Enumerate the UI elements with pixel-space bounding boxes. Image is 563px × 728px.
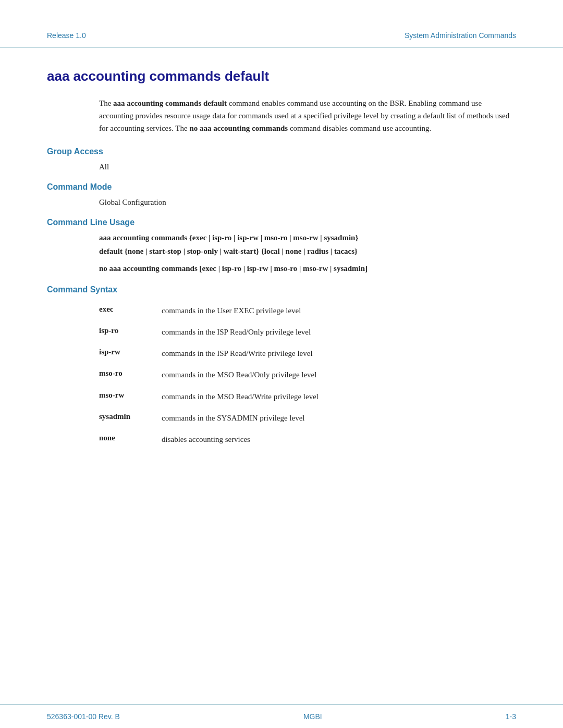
syntax-row: isp-rwcommands in the ISP Read/Write pri… — [99, 348, 516, 360]
command-mode-heading: Command Mode — [47, 182, 516, 192]
intro-bold-2: no aaa accounting commands — [189, 124, 288, 132]
header-release: Release 1.0 — [47, 31, 86, 40]
cmd-line-2-text: default {none | start-stop | stop-only |… — [99, 247, 358, 255]
command-syntax-section: Command Syntax execcommands in the User … — [47, 285, 516, 446]
syntax-term: none — [99, 434, 162, 442]
syntax-term: isp-rw — [99, 348, 162, 356]
cmd-line-3-text: no aaa accounting commands [exec | isp-r… — [99, 264, 368, 273]
group-access-content: All — [99, 161, 516, 173]
group-access-section: Group Access All — [47, 147, 516, 173]
syntax-row: sysadmincommands in the SYSADMIN privile… — [99, 412, 516, 424]
syntax-desc: commands in the ISP Read/Write privilege… — [162, 348, 516, 360]
command-mode-section: Command Mode Global Configuration — [47, 182, 516, 208]
syntax-term: sysadmin — [99, 412, 162, 421]
footer-doc-number: 526363-001-00 Rev. B — [47, 712, 120, 721]
syntax-desc: commands in the User EXEC privilege leve… — [162, 305, 516, 317]
command-line-usage-section: Command Line Usage aaa accounting comman… — [47, 218, 516, 276]
page-header: Release 1.0 System Administration Comman… — [0, 0, 563, 47]
header-section: System Administration Commands — [405, 31, 516, 40]
cmd-line-1: aaa accounting commands {exec | isp-ro |… — [99, 231, 516, 245]
syntax-desc: disables accounting services — [162, 434, 516, 446]
command-mode-content: Global Configuration — [99, 196, 516, 208]
syntax-term: exec — [99, 305, 162, 314]
syntax-desc: commands in the SYSADMIN privilege level — [162, 412, 516, 424]
cmd-line-1-text: aaa accounting commands {exec | isp-ro |… — [99, 233, 358, 242]
syntax-table: execcommands in the User EXEC privilege … — [99, 305, 516, 446]
syntax-row: mso-rocommands in the MSO Read/Only priv… — [99, 369, 516, 381]
group-access-heading: Group Access — [47, 147, 516, 156]
command-line-usage-content: aaa accounting commands {exec | isp-ro |… — [99, 231, 516, 276]
intro-bold-1: aaa accounting commands default — [113, 99, 227, 107]
syntax-desc: commands in the ISP Read/Only privilege … — [162, 326, 516, 338]
command-line-usage-heading: Command Line Usage — [47, 218, 516, 227]
page-footer: 526363-001-00 Rev. B MGBI 1-3 — [0, 705, 563, 728]
page-title: aaa accounting commands default — [47, 68, 516, 84]
syntax-term: isp-ro — [99, 326, 162, 335]
main-content: aaa accounting commands default The aaa … — [0, 47, 563, 446]
command-syntax-heading: Command Syntax — [47, 285, 516, 294]
syntax-row: mso-rwcommands in the MSO Read/Write pri… — [99, 391, 516, 403]
cmd-line-3: no aaa accounting commands [exec | isp-r… — [99, 262, 516, 276]
footer-page-number: 1-3 — [506, 712, 516, 721]
syntax-row: isp-rocommands in the ISP Read/Only priv… — [99, 326, 516, 338]
syntax-desc: commands in the MSO Read/Write privilege… — [162, 391, 516, 403]
footer-product: MGBI — [303, 712, 322, 721]
syntax-row: execcommands in the User EXEC privilege … — [99, 305, 516, 317]
syntax-row: nonedisables accounting services — [99, 434, 516, 446]
page: Release 1.0 System Administration Comman… — [0, 0, 563, 728]
intro-paragraph: The aaa accounting commands default comm… — [99, 97, 516, 134]
syntax-term: mso-rw — [99, 391, 162, 400]
syntax-desc: commands in the MSO Read/Only privilege … — [162, 369, 516, 381]
syntax-term: mso-ro — [99, 369, 162, 378]
cmd-line-2: default {none | start-stop | stop-only |… — [99, 245, 516, 258]
